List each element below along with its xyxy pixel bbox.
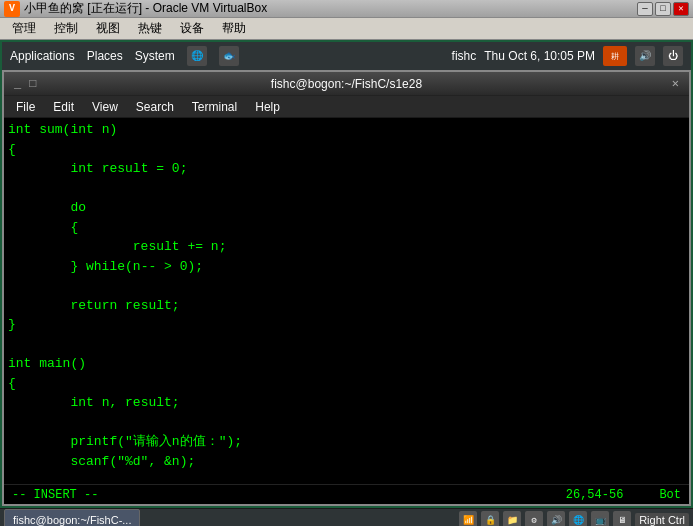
vbox-menubar: 管理 控制 视图 热键 设备 帮助 <box>0 18 693 40</box>
taskbar: fishc@bogon:~/FishC-... 📶 🔒 📁 ⚙ 🔊 🌐 📺 🖥 … <box>0 508 693 526</box>
code-area[interactable]: int sum(int n) { int result = 0; do { re… <box>4 118 689 484</box>
tray-icon-3[interactable]: 📁 <box>503 511 521 526</box>
gtk-applications[interactable]: Applications <box>10 49 75 63</box>
vbox-menu-hotkey[interactable]: 热键 <box>130 18 170 39</box>
main-container: V 小甲鱼的窝 [正在运行] - Oracle VM VirtualBox — … <box>0 0 693 526</box>
code-line-5: do <box>8 198 685 218</box>
vbox-maximize-button[interactable]: □ <box>655 2 671 16</box>
code-line-17: printf("请输入n的值："); <box>8 432 685 452</box>
gtk-system[interactable]: System <box>135 49 175 63</box>
code-line-16 <box>8 413 685 433</box>
vbox-titlebar: V 小甲鱼的窝 [正在运行] - Oracle VM VirtualBox — … <box>0 0 693 18</box>
terminal-menu-terminal[interactable]: Terminal <box>184 98 245 116</box>
terminal-menubar: File Edit View Search Terminal Help <box>4 96 689 118</box>
code-line-9 <box>8 276 685 296</box>
vbox-title-text: 小甲鱼的窝 [正在运行] - Oracle VM VirtualBox <box>24 0 267 17</box>
code-line-14: { <box>8 374 685 394</box>
gtk-clock: Thu Oct 6, 10:05 PM <box>484 49 595 63</box>
taskbar-kbd-label: Right Ctrl <box>635 513 689 526</box>
code-line-19 <box>8 471 685 484</box>
code-line-1: int sum(int n) <box>8 120 685 140</box>
tray-icon-7[interactable]: 📺 <box>591 511 609 526</box>
code-line-11: } <box>8 315 685 335</box>
code-line-13: int main() <box>8 354 685 374</box>
code-line-4 <box>8 179 685 199</box>
input-method-icon[interactable]: 耕 <box>603 46 627 66</box>
vbox-menu-view[interactable]: 视图 <box>88 18 128 39</box>
terminal-expand-btn[interactable]: □ <box>27 77 38 91</box>
terminal-left-controls: _ □ <box>12 77 72 91</box>
volume-icon[interactable]: 🔊 <box>635 46 655 66</box>
code-line-15: int n, result; <box>8 393 685 413</box>
code-line-10: return result; <box>8 296 685 316</box>
globe-icon[interactable]: 🌐 <box>187 46 207 66</box>
tray-icon-5[interactable]: 🔊 <box>547 511 565 526</box>
vbox-title-left: V 小甲鱼的窝 [正在运行] - Oracle VM VirtualBox <box>4 0 267 17</box>
gtk-places[interactable]: Places <box>87 49 123 63</box>
vm-desktop: Applications Places System 🌐 🐟 fishc Thu… <box>0 40 693 508</box>
code-line-8: } while(n-- > 0); <box>8 257 685 277</box>
gtk-username: fishc <box>452 49 477 63</box>
terminal-close-btn[interactable]: ✕ <box>670 76 681 91</box>
vbox-minimize-button[interactable]: — <box>637 2 653 16</box>
vbox-window-controls: — □ ✕ <box>637 2 689 16</box>
vbox-menu-manage[interactable]: 管理 <box>4 18 44 39</box>
terminal-menu-file[interactable]: File <box>8 98 43 116</box>
vbox-close-button[interactable]: ✕ <box>673 2 689 16</box>
gtk-topbar-left: Applications Places System 🌐 🐟 <box>10 46 239 66</box>
taskbar-right: 📶 🔒 📁 ⚙ 🔊 🌐 📺 🖥 Right Ctrl <box>459 511 689 526</box>
status-bar: -- INSERT -- 26,54-56 Bot <box>4 484 689 504</box>
code-line-12 <box>8 335 685 355</box>
terminal-iconify-btn[interactable]: _ <box>12 77 23 91</box>
terminal-right-controls: ✕ <box>621 76 681 91</box>
app-icon[interactable]: 🐟 <box>219 46 239 66</box>
vbox-menu-help[interactable]: 帮助 <box>214 18 254 39</box>
terminal-window: _ □ fishc@bogon:~/FishC/s1e28 ✕ File Edi… <box>2 70 691 506</box>
code-line-6: { <box>8 218 685 238</box>
tray-icon-6[interactable]: 🌐 <box>569 511 587 526</box>
tray-icon-8[interactable]: 🖥 <box>613 511 631 526</box>
terminal-title-text: fishc@bogon:~/FishC/s1e28 <box>72 77 621 91</box>
terminal-menu-edit[interactable]: Edit <box>45 98 82 116</box>
tray-icon-4[interactable]: ⚙ <box>525 511 543 526</box>
vbox-icon: V <box>4 1 20 17</box>
terminal-titlebar: _ □ fishc@bogon:~/FishC/s1e28 ✕ <box>4 72 689 96</box>
code-line-3: int result = 0; <box>8 159 685 179</box>
status-position: 26,54-56 Bot <box>566 488 681 502</box>
tray-icon-2[interactable]: 🔒 <box>481 511 499 526</box>
terminal-menu-search[interactable]: Search <box>128 98 182 116</box>
terminal-menu-view[interactable]: View <box>84 98 126 116</box>
power-icon[interactable]: ⏻ <box>663 46 683 66</box>
taskbar-terminal-item[interactable]: fishc@bogon:~/FishC-... <box>4 509 140 526</box>
vbox-menu-control[interactable]: 控制 <box>46 18 86 39</box>
code-line-18: scanf("%d", &n); <box>8 452 685 472</box>
status-mode: -- INSERT -- <box>12 488 98 502</box>
tray-icon-1[interactable]: 📶 <box>459 511 477 526</box>
taskbar-terminal-label: fishc@bogon:~/FishC-... <box>13 514 131 526</box>
terminal-menu-help[interactable]: Help <box>247 98 288 116</box>
vbox-menu-device[interactable]: 设备 <box>172 18 212 39</box>
gtk-topbar: Applications Places System 🌐 🐟 fishc Thu… <box>2 42 691 70</box>
code-line-2: { <box>8 140 685 160</box>
code-line-7: result += n; <box>8 237 685 257</box>
gtk-topbar-right: fishc Thu Oct 6, 10:05 PM 耕 🔊 ⏻ <box>452 46 683 66</box>
